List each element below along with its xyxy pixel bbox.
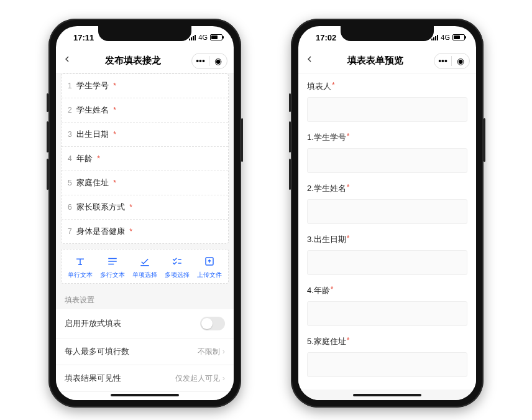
field-type-label: 多项选择 [165, 271, 190, 279]
field-row[interactable]: 4年龄 * [62, 147, 228, 171]
required-mark: * [111, 130, 116, 139]
field-type-single-choice[interactable]: 单项选择 [129, 256, 160, 279]
home-indicator [353, 394, 421, 396]
field-label: 5.家庭住址 [307, 336, 346, 347]
field-index: 5 [68, 179, 76, 187]
field-index: 4 [68, 154, 76, 163]
field-type-upload[interactable]: 上传文件 [194, 256, 225, 279]
setting-label: 填表说明位置 [65, 399, 113, 400]
field-row[interactable]: 7身体是否健康 * [62, 220, 228, 243]
required-mark: * [111, 82, 116, 90]
multi-text-icon [107, 256, 118, 268]
required-mark: * [347, 336, 350, 347]
field-type-bar: 单行文本多行文本单项选择多项选择上传文件 [61, 249, 229, 284]
setting-value: 仅发起人可见 [175, 374, 220, 383]
required-mark: * [347, 234, 350, 245]
preview-field: 1.学生学号* [307, 132, 467, 173]
page-title: 填表表单预览 [347, 55, 403, 67]
required-mark: * [111, 179, 116, 187]
field-index: 2 [68, 106, 76, 114]
required-mark: * [127, 227, 132, 236]
nav-bar: 填表表单预览 ••• ◉ [298, 49, 476, 73]
nav-bar: 发布填表接龙 ••• ◉ [56, 49, 234, 73]
field-index: 6 [68, 203, 76, 212]
field-type-single-text[interactable]: 单行文本 [65, 256, 96, 279]
field-label: 1.学生学号 [307, 132, 346, 143]
setting-visibility[interactable]: 填表结果可见性 仅发起人可见› [56, 365, 234, 392]
status-time: 17:02 [316, 33, 336, 42]
chevron-right-icon: › [222, 373, 225, 383]
required-mark: * [332, 81, 335, 92]
field-index: 1 [68, 82, 76, 90]
field-label: 家长联系方式 * [76, 202, 222, 213]
field-label: 填表人 [307, 81, 331, 92]
field-type-label: 单行文本 [68, 271, 93, 279]
field-row[interactable]: 1学生学号 * [62, 74, 228, 98]
required-mark: * [347, 132, 350, 143]
text-input[interactable] [307, 352, 467, 377]
status-time: 17:11 [73, 33, 94, 42]
setting-label: 填表结果可见性 [65, 373, 121, 384]
multi-choice-icon [172, 256, 183, 268]
text-input[interactable] [307, 301, 467, 326]
menu-target-button[interactable]: ◉ [452, 56, 469, 66]
field-label: 学生学号 * [76, 80, 222, 91]
chevron-right-icon: › [222, 400, 225, 401]
menu-more-button[interactable]: ••• [192, 56, 209, 66]
preview-field: 2.学生姓名* [307, 183, 467, 224]
field-row[interactable]: 6家长联系方式 * [62, 195, 228, 220]
network-label: 4G [198, 34, 208, 41]
setting-label: 启用开放式填表 [65, 318, 121, 329]
text-input[interactable] [307, 97, 467, 122]
field-label: 4.年龄 [307, 285, 330, 296]
field-index: 3 [68, 130, 76, 139]
preview-field: 4.年龄* [307, 285, 467, 326]
home-indicator [111, 394, 179, 396]
battery-icon [452, 34, 465, 40]
back-button[interactable] [305, 54, 317, 67]
field-type-multi-text[interactable]: 多行文本 [97, 256, 128, 279]
preview-form: 填表人* 1.学生学号*2.学生姓名*3.出生日期*4.年龄*5.家庭住址* [298, 73, 476, 390]
required-mark: * [347, 183, 350, 194]
field-label: 家庭住址 * [76, 177, 222, 189]
single-text-icon [75, 256, 86, 268]
field-type-label: 单项选择 [132, 271, 157, 279]
phone-frame-builder: 17:11 4G 发布填表接龙 ••• ◉ 1学生学号 *2学生姓名 *3出生日… [48, 19, 241, 408]
field-label: 身体是否健康 * [76, 226, 222, 237]
upload-icon [204, 256, 215, 268]
setting-value: 不限制 [198, 347, 220, 356]
field-row[interactable]: 5家庭住址 * [62, 171, 228, 195]
field-type-label: 多行文本 [100, 271, 125, 279]
preview-field-filler: 填表人* [307, 81, 467, 122]
setting-max-rows[interactable]: 每人最多可填行数 不限制› [56, 338, 234, 365]
field-label: 出生日期 * [76, 129, 222, 140]
required-mark: * [127, 203, 132, 212]
field-label: 年龄 * [76, 153, 222, 164]
battery-icon [210, 34, 222, 40]
setting-open-mode[interactable]: 启用开放式填表 [56, 309, 234, 338]
phone-frame-preview: 17:02 4G 填表表单预览 ••• ◉ 填表人* 1. [291, 19, 484, 408]
single-choice-icon [139, 256, 150, 268]
menu-more-button[interactable]: ••• [434, 56, 452, 66]
field-label: 3.出生日期 [307, 234, 346, 245]
network-label: 4G [441, 34, 450, 41]
back-button[interactable] [62, 54, 75, 67]
preview-field: 5.家庭住址* [307, 336, 467, 377]
field-label: 学生姓名 * [76, 105, 222, 116]
menu-target-button[interactable]: ◉ [209, 56, 227, 66]
field-label: 2.学生姓名 [307, 183, 346, 194]
settings-section-title: 填表设置 [56, 289, 234, 309]
field-index: 7 [68, 227, 76, 236]
required-mark: * [111, 106, 116, 114]
text-input[interactable] [307, 148, 467, 173]
toggle-open-mode[interactable] [200, 317, 225, 330]
chevron-right-icon: › [222, 347, 225, 356]
text-input[interactable] [307, 250, 467, 275]
text-input[interactable] [307, 199, 467, 224]
field-row[interactable]: 2学生姓名 * [62, 98, 228, 123]
form-fields-list: 1学生学号 *2学生姓名 *3出生日期 *4年龄 *5家庭住址 *6家长联系方式… [61, 73, 229, 244]
setting-label: 每人最多可填行数 [65, 346, 129, 357]
required-mark: * [95, 154, 100, 163]
field-type-multi-choice[interactable]: 多项选择 [162, 256, 193, 279]
field-row[interactable]: 3出生日期 * [62, 123, 228, 147]
